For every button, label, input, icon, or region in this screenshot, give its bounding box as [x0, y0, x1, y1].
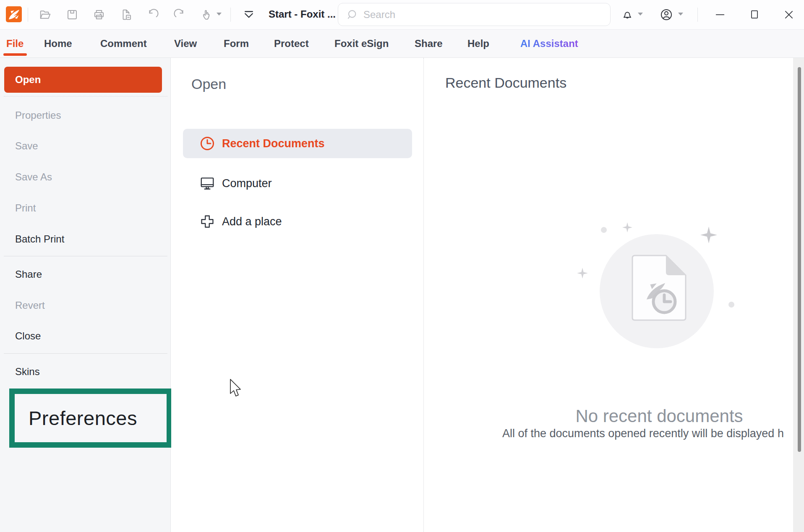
notifications-dropdown[interactable]: [638, 13, 643, 16]
tab-comment[interactable]: Comment: [100, 30, 147, 57]
user-icon: [660, 8, 673, 21]
sparkle-dot-icon: [601, 227, 607, 233]
hand-tool-button[interactable]: [199, 7, 214, 22]
computer-icon: [199, 175, 215, 191]
open-file-button[interactable]: [38, 7, 53, 22]
empty-state-title: No recent documents: [575, 406, 743, 426]
toolbar-separator: [230, 8, 231, 22]
sidebar-separator: [4, 353, 167, 354]
notifications-button[interactable]: [620, 7, 635, 22]
mouse-cursor: [229, 378, 243, 398]
foxit-logo-icon: [6, 6, 22, 22]
search-box[interactable]: [338, 3, 611, 26]
sidebar-item-print: Print: [0, 201, 170, 216]
tab-protect[interactable]: Protect: [274, 30, 309, 57]
print-button[interactable]: [91, 7, 107, 22]
document-tab[interactable]: Start - Foxit ...: [269, 8, 340, 20]
sidebar-item-revert: Revert: [0, 298, 170, 313]
place-item-label: Add a place: [222, 215, 282, 228]
search-icon: [346, 9, 358, 21]
account-button[interactable]: [659, 7, 674, 22]
printer-icon: [93, 8, 105, 21]
redo-icon: [173, 8, 186, 21]
open-panel-title: Open: [191, 76, 226, 92]
account-dropdown[interactable]: [678, 13, 683, 16]
sidebar-item-preferences[interactable]: Preferences: [29, 407, 137, 430]
maximize-icon: [749, 9, 760, 21]
undo-button[interactable]: [145, 7, 160, 22]
tab-ai-assistant[interactable]: AI Assistant: [520, 30, 578, 57]
file-backstage: Open Properties Save Save As Print Batch…: [0, 58, 804, 532]
tab-view[interactable]: View: [174, 30, 197, 57]
menu-bar: File Home Comment View Form Protect Foxi…: [0, 29, 804, 58]
hand-tool-dropdown[interactable]: [217, 13, 222, 16]
search-input[interactable]: [363, 9, 590, 21]
sidebar-item-save: Save: [0, 138, 170, 154]
place-item-recent-documents[interactable]: Recent Documents: [183, 129, 412, 158]
collapse-chevron-icon: [243, 8, 255, 21]
sidebar-item-open[interactable]: Open: [4, 67, 162, 93]
sidebar-item-batch-print[interactable]: Batch Print: [0, 232, 170, 247]
sidebar-separator: [4, 256, 167, 256]
scrollbar-thumb[interactable]: [798, 67, 801, 452]
tab-home[interactable]: Home: [44, 30, 72, 57]
clock-icon: [199, 136, 215, 151]
undo-icon: [146, 8, 159, 21]
place-item-label: Computer: [222, 177, 272, 190]
create-pdf-button[interactable]: [119, 7, 134, 22]
recent-panel-title: Recent Documents: [445, 75, 566, 91]
minimize-button[interactable]: [713, 7, 728, 22]
toolbar-separator: [28, 8, 28, 22]
preferences-highlight-annotation: Preferences: [9, 389, 172, 448]
tab-help[interactable]: Help: [467, 30, 489, 57]
sidebar-item-share[interactable]: Share: [0, 267, 170, 282]
foxit-window: Start - Foxit ...: [0, 0, 804, 532]
file-menu-sidebar: Open Properties Save Save As Print Batch…: [0, 58, 171, 532]
open-panel: Open Recent Documents Computer: [171, 58, 423, 532]
tab-share[interactable]: Share: [415, 30, 443, 57]
toolbar-separator: [697, 8, 698, 22]
empty-state-subtitle: All of the documents opened recently wil…: [502, 427, 784, 440]
save-icon: [66, 8, 78, 21]
redo-button[interactable]: [172, 7, 187, 22]
page-export-icon: [120, 8, 133, 21]
sparkle-star-icon: [700, 227, 717, 243]
sidebar-separator: [4, 96, 167, 96]
place-item-label: Recent Documents: [222, 137, 325, 150]
sidebar-item-properties: Properties: [0, 108, 170, 123]
collapse-toolbar-button[interactable]: [241, 7, 256, 22]
vertical-scrollbar[interactable]: [793, 58, 804, 532]
sidebar-item-close[interactable]: Close: [0, 329, 170, 344]
close-icon: [783, 9, 795, 21]
tab-form[interactable]: Form: [224, 30, 249, 57]
tab-foxit-esign[interactable]: Foxit eSign: [334, 30, 389, 57]
maximize-button[interactable]: [747, 7, 762, 22]
sparkle-star-icon: [577, 268, 588, 279]
save-button[interactable]: [65, 7, 80, 22]
close-window-button[interactable]: [781, 7, 796, 22]
minimize-icon: [714, 9, 726, 21]
place-item-computer[interactable]: Computer: [183, 169, 412, 198]
sparkle-dot-icon: [728, 302, 734, 308]
sidebar-item-label: Open: [15, 74, 41, 86]
clock-badge-icon: [650, 288, 678, 316]
plus-icon: [199, 214, 215, 229]
place-item-add-a-place[interactable]: Add a place: [183, 207, 412, 236]
sidebar-item-skins[interactable]: Skins: [0, 364, 170, 379]
active-tab-indicator: [3, 53, 27, 56]
recent-documents-panel: Recent Documents No recent documen: [423, 58, 793, 532]
sidebar-item-save-as: Save As: [0, 170, 170, 185]
sparkle-star-icon: [622, 222, 632, 232]
title-bar: Start - Foxit ...: [0, 0, 804, 29]
bell-icon: [621, 8, 634, 21]
folder-open-icon: [39, 8, 52, 21]
hand-icon: [200, 8, 213, 21]
